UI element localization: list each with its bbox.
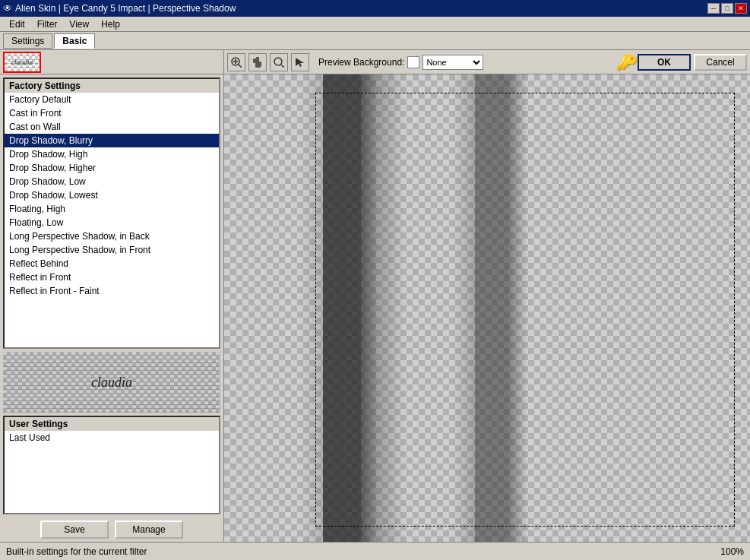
zoom-in-tool-button[interactable] bbox=[227, 53, 245, 71]
svg-line-1 bbox=[239, 65, 242, 68]
preview-bg-select[interactable]: None White Black bbox=[422, 55, 483, 70]
preset-item-selected[interactable]: Drop Shadow, Blurry 👉 bbox=[5, 134, 219, 147]
preview-bg-swatch bbox=[407, 56, 419, 68]
minimize-button[interactable]: ─ bbox=[707, 3, 720, 14]
svg-marker-6 bbox=[296, 58, 304, 67]
preset-item[interactable]: Reflect in Front bbox=[5, 271, 219, 284]
settings-bar: Settings Basic bbox=[0, 32, 750, 50]
save-button[interactable]: Save bbox=[40, 520, 109, 539]
shadow-overlay bbox=[224, 74, 750, 542]
svg-line-5 bbox=[281, 65, 284, 68]
preset-item[interactable]: Long Perspective Shadow, in Back bbox=[5, 229, 219, 243]
user-settings-header: User Settings bbox=[5, 417, 219, 431]
menu-edit[interactable]: Edit bbox=[3, 18, 31, 30]
shadow-fade-4 bbox=[509, 74, 528, 542]
maximize-button[interactable]: □ bbox=[721, 3, 733, 14]
title-bar: 👁 Alien Skin | Eye Candy 5 Impact | Pers… bbox=[0, 0, 750, 17]
preset-group-header: Factory Settings bbox=[5, 79, 219, 93]
app-icon: 👁 bbox=[3, 3, 12, 14]
shadow-rest bbox=[528, 74, 750, 542]
preset-item[interactable]: Factory Default bbox=[5, 93, 219, 106]
preset-item[interactable]: Reflect in Front - Faint bbox=[5, 284, 219, 298]
right-panel: Preview Background: None White Black 🔑 O… bbox=[224, 50, 750, 542]
status-text: Built-in settings for the current filter bbox=[6, 546, 147, 557]
shadow-gap bbox=[407, 74, 452, 542]
preset-item[interactable]: Cast in Front bbox=[5, 106, 219, 120]
zoom-tool-button[interactable] bbox=[270, 53, 288, 71]
shadow-mid-1 bbox=[361, 74, 376, 542]
left-panel: claudia Factory Settings Factory Default… bbox=[0, 50, 224, 542]
title-bar-text: Alien Skin | Eye Candy 5 Impact | Perspe… bbox=[15, 3, 236, 14]
preview-bg-label: Preview Background: bbox=[318, 57, 404, 68]
close-button[interactable]: ✕ bbox=[735, 3, 747, 14]
svg-point-4 bbox=[274, 58, 282, 65]
preset-item[interactable]: Reflect Behind bbox=[5, 257, 219, 271]
ok-button[interactable]: OK bbox=[638, 54, 691, 71]
shadow-fade-1 bbox=[300, 74, 323, 542]
zoom-level: 100% bbox=[720, 546, 744, 557]
shadow-dark-1 bbox=[323, 74, 361, 542]
preset-item[interactable]: Drop Shadow, Low bbox=[5, 175, 219, 188]
status-bar: Built-in settings for the current filter… bbox=[0, 542, 750, 560]
preset-item[interactable]: Drop Shadow, High bbox=[5, 147, 219, 161]
preset-item[interactable]: Long Perspective Shadow, in Front bbox=[5, 243, 219, 257]
preset-item[interactable]: Floating, High bbox=[5, 202, 219, 216]
shadow-fade-3 bbox=[452, 74, 475, 542]
preset-item[interactable]: Drop Shadow, Lowest bbox=[5, 188, 219, 202]
preset-list-scroll[interactable]: Factory Settings Factory Default Cast in… bbox=[5, 79, 219, 347]
user-settings-item[interactable]: Last Used bbox=[5, 431, 219, 445]
menu-filter[interactable]: Filter bbox=[31, 18, 64, 30]
preset-thumbnail-selected: claudia bbox=[3, 52, 41, 73]
cancel-button[interactable]: Cancel bbox=[694, 54, 747, 71]
main-layout: claudia Factory Settings Factory Default… bbox=[0, 50, 750, 542]
menu-help[interactable]: Help bbox=[95, 18, 126, 30]
tab-settings[interactable]: Settings bbox=[3, 33, 52, 49]
factory-preset-list: Factory Settings Factory Default Cast in… bbox=[3, 78, 220, 349]
shadow-fade-2 bbox=[376, 74, 407, 542]
user-settings-section: User Settings Last Used bbox=[3, 416, 220, 514]
tab-basic[interactable]: Basic bbox=[54, 33, 95, 49]
preset-item[interactable]: Cast on Wall bbox=[5, 120, 219, 134]
menu-view[interactable]: View bbox=[63, 18, 95, 30]
shadow-dark-2 bbox=[475, 74, 509, 542]
arrow-tool-button[interactable] bbox=[291, 53, 309, 71]
preset-item[interactable]: Drop Shadow, Higher bbox=[5, 161, 219, 175]
menu-bar: Edit Filter View Help bbox=[0, 17, 750, 32]
manage-button[interactable]: Manage bbox=[115, 520, 183, 539]
preset-item[interactable]: Floating, Low bbox=[5, 216, 219, 229]
hand-tool-button[interactable] bbox=[248, 53, 267, 71]
right-top-bar: Preview Background: None White Black 🔑 O… bbox=[224, 50, 750, 74]
bottom-buttons: Save Manage bbox=[0, 517, 223, 542]
preview-area bbox=[224, 74, 750, 542]
top-preview-strip: claudia bbox=[0, 50, 223, 74]
shadow-spacer bbox=[224, 74, 300, 542]
title-bar-controls: ─ □ ✕ bbox=[707, 3, 747, 14]
